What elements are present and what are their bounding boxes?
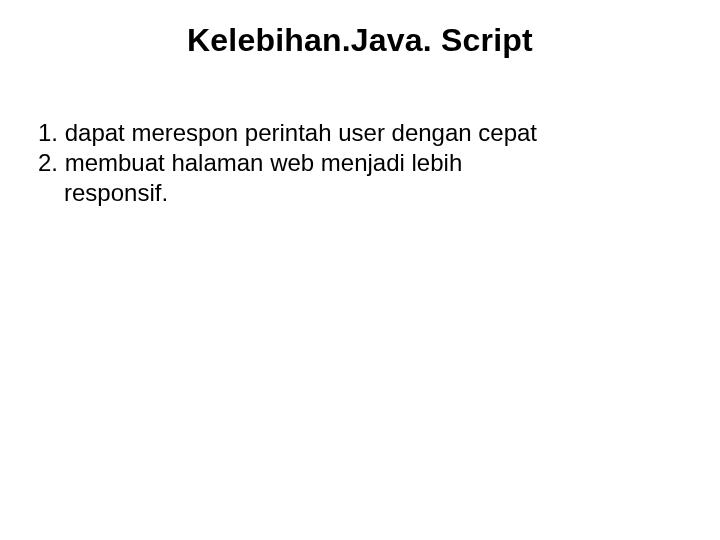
slide: Kelebihan.Java. Script 1. dapat merespon… [0, 0, 720, 540]
slide-title: Kelebihan.Java. Script [0, 22, 720, 59]
list-item: 1. dapat merespon perintah user dengan c… [38, 118, 682, 148]
slide-body: 1. dapat merespon perintah user dengan c… [38, 118, 682, 208]
list-item: 2. membuat halaman web menjadi lebih [38, 148, 682, 178]
list-item-continuation: responsif. [38, 178, 682, 208]
